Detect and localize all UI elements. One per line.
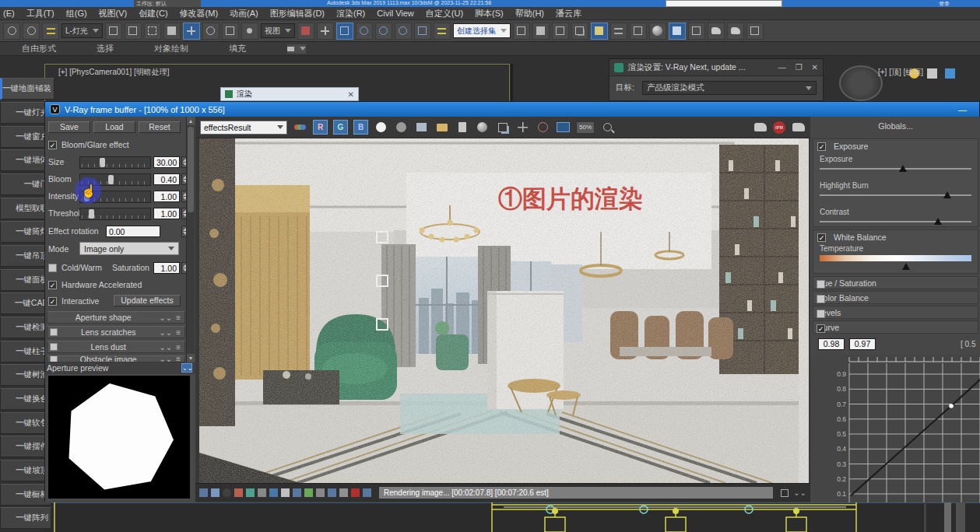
cold-warm-checkbox[interactable] xyxy=(48,264,57,272)
dock-icon[interactable] xyxy=(781,489,789,497)
sidebar-item-array[interactable]: 一键阵列 xyxy=(0,507,51,529)
ribbon-more-icon[interactable] xyxy=(286,44,307,54)
select-manipulate-icon[interactable] xyxy=(317,23,334,40)
angle-snap-icon[interactable] xyxy=(375,23,392,40)
start-ipr-button[interactable]: IPR xyxy=(773,121,785,134)
rendered-frame-icon[interactable] xyxy=(688,23,705,40)
menu-icon[interactable]: ≡ xyxy=(176,328,181,337)
panel-icon[interactable] xyxy=(927,68,937,79)
percent-snap-icon[interactable] xyxy=(395,23,412,40)
menu-customize[interactable]: 自定义(U) xyxy=(426,8,463,19)
render-vfb-icon[interactable] xyxy=(746,23,764,40)
collapse-icon[interactable]: ⌄⌄ xyxy=(159,343,172,352)
slider-marker[interactable] xyxy=(934,218,942,225)
exposure-slider[interactable]: Exposure xyxy=(820,164,971,173)
named-selection-set-dropdown[interactable]: 创建选择集 xyxy=(453,23,511,38)
color-balance-checkbox[interactable] xyxy=(817,295,825,303)
menu-rendering[interactable]: 渲染(R) xyxy=(336,8,365,19)
viewcube[interactable] xyxy=(839,65,883,101)
lens-scratches-checkbox[interactable] xyxy=(50,328,58,336)
menu-cloud-library[interactable]: 潘云库 xyxy=(556,8,581,19)
vfb-titlebar[interactable]: V V-Ray frame buffer - [100% of 1000 x 5… xyxy=(45,102,979,117)
viewport-splitter[interactable] xyxy=(511,64,513,101)
saturation-value[interactable]: 1.00 xyxy=(153,262,180,274)
status-icon[interactable] xyxy=(328,488,336,497)
sphere-preview-icon[interactable] xyxy=(475,120,490,135)
menu-views[interactable]: 视图(V) xyxy=(99,8,128,19)
collapse-icon[interactable]: ⌄⌄ xyxy=(159,313,172,322)
interactive-checkbox[interactable] xyxy=(48,297,57,306)
exposure-checkbox[interactable] xyxy=(817,142,826,151)
render-last-icon[interactable] xyxy=(753,120,767,135)
curve-input-y[interactable]: 0.97 xyxy=(849,338,876,350)
minimize-icon[interactable]: — xyxy=(778,63,786,72)
snap-toggle-icon[interactable] xyxy=(336,23,353,40)
temperature-gradient-slider[interactable] xyxy=(820,255,971,261)
render-progress-dialog[interactable]: 渲染 ✕ xyxy=(220,87,359,101)
blue-channel-button[interactable]: B xyxy=(353,120,368,135)
red-channel-button[interactable]: R xyxy=(313,120,328,135)
contrast-slider[interactable]: Contrast xyxy=(820,217,971,226)
rollout-lens-scratches[interactable]: Lens scratches ⌄⌄ ≡ xyxy=(47,326,185,338)
use-pivot-icon[interactable] xyxy=(297,23,314,40)
scene-explorer-icon[interactable] xyxy=(552,23,569,40)
hardware-accelerated-checkbox[interactable] xyxy=(48,281,57,289)
align-icon[interactable] xyxy=(532,23,550,40)
toggle-ribbon-icon[interactable] xyxy=(591,23,608,40)
follow-mouse-icon[interactable] xyxy=(536,120,550,135)
view-coordinate-dropdown[interactable]: 视图 xyxy=(261,23,295,38)
scroll-up-icon[interactable]: ▲ xyxy=(187,117,195,125)
zoom-50-button[interactable]: 50% xyxy=(576,121,595,134)
status-icon[interactable] xyxy=(199,488,208,497)
scale-icon[interactable] xyxy=(222,23,239,40)
ribbon-tab-populate[interactable]: 填充 xyxy=(229,43,246,54)
menu-tools[interactable]: 工具(T) xyxy=(26,8,54,19)
curve-input-x[interactable]: 0.98 xyxy=(818,338,845,350)
size-value[interactable]: 30.00 xyxy=(153,156,180,168)
effect-rotation-value[interactable]: 0.00 xyxy=(106,226,160,237)
save-button[interactable]: Save xyxy=(48,121,90,133)
rgb-channels-icon[interactable] xyxy=(293,120,307,135)
slider-marker[interactable] xyxy=(899,165,907,172)
mirror-icon[interactable] xyxy=(513,23,530,40)
curve-control-point[interactable] xyxy=(949,404,954,408)
status-icon[interactable] xyxy=(293,488,301,497)
status-icon[interactable] xyxy=(269,488,278,497)
close-icon[interactable]: ✕ xyxy=(348,90,354,99)
scrollbar-thumb[interactable] xyxy=(188,127,194,212)
update-effects-button[interactable]: Update effects xyxy=(114,295,181,306)
status-icon[interactable] xyxy=(234,488,243,497)
hue-saturation-checkbox[interactable] xyxy=(817,280,825,289)
size-slider[interactable] xyxy=(79,156,151,169)
status-icon[interactable] xyxy=(339,488,348,497)
menu-icon[interactable]: ≡ xyxy=(176,355,181,362)
search-input[interactable] xyxy=(666,0,782,7)
target-mode-dropdown[interactable]: 产品级渲染模式 xyxy=(642,81,817,95)
status-icon[interactable] xyxy=(211,488,220,497)
select-object-icon[interactable] xyxy=(105,23,122,40)
sidebar-item-floor-paving[interactable]: 一键地面铺装 xyxy=(0,78,54,100)
curve-editor-icon[interactable] xyxy=(610,23,627,40)
ribbon-tab-object-paint[interactable]: 对象绘制 xyxy=(154,43,188,54)
curve-section[interactable]: Curve xyxy=(813,320,978,334)
menu-scripting[interactable]: 脚本(S) xyxy=(475,8,504,19)
login-button[interactable]: 登录 xyxy=(939,0,950,7)
load-image-icon[interactable] xyxy=(434,120,449,135)
track-mouse-icon[interactable] xyxy=(515,120,530,135)
rect-region-icon[interactable] xyxy=(144,23,161,40)
status-icon[interactable] xyxy=(258,488,266,497)
ribbon-tab-selection[interactable]: 选择 xyxy=(97,43,114,54)
status-icon[interactable] xyxy=(351,488,360,497)
color-balance-section[interactable]: Color Balance xyxy=(813,291,978,304)
render-settings-titlebar[interactable]: 渲染设置: V-Ray Next, update ... — ❐ ✕ xyxy=(609,59,823,76)
layer-manager-icon[interactable] xyxy=(571,23,588,40)
status-icon[interactable] xyxy=(304,488,313,497)
image-info-icon[interactable] xyxy=(556,120,571,135)
menu-graph-editors[interactable]: 图形编辑器(D) xyxy=(270,8,325,19)
close-icon[interactable]: ✕ xyxy=(812,63,818,72)
intensity-value[interactable]: 1.00 xyxy=(153,191,180,202)
threshold-slider[interactable] xyxy=(79,208,151,220)
menu-create[interactable]: 创建(C) xyxy=(139,8,167,19)
aperture-preview-toggle[interactable]: ⌄⌄ xyxy=(181,363,192,373)
vray-frame-buffer-window[interactable]: V V-Ray frame buffer - [100% of 1000 x 5… xyxy=(44,101,980,502)
